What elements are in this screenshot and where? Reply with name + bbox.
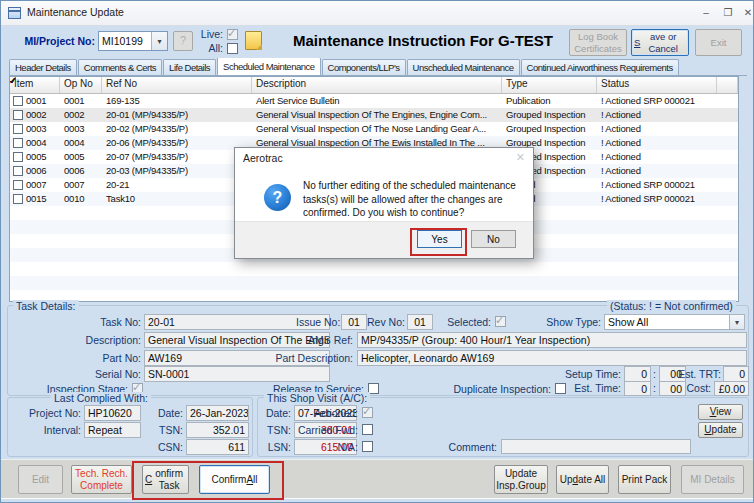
cell: ! Actioned xyxy=(597,150,717,164)
close-icon[interactable]: ✕ xyxy=(741,4,754,21)
cell: 0006 xyxy=(60,164,102,178)
interval-field[interactable]: Repeat xyxy=(84,422,141,438)
cell xyxy=(717,150,738,164)
update-insp-group-button[interactable]: Update Insp.Group xyxy=(494,465,548,494)
last-complied-group-label: Last Complied With: xyxy=(51,392,151,404)
interval-label: Interval: xyxy=(11,424,81,436)
part-description-field[interactable]: Helicopter, Leonardo AW169 xyxy=(357,350,747,366)
actioned-label: Actioned: xyxy=(311,407,358,419)
notes-icon[interactable] xyxy=(245,31,262,50)
lsn-label: LSN: xyxy=(261,441,291,453)
issue-no-label: Issue No: xyxy=(296,316,337,328)
print-pack-button[interactable]: Print Pack xyxy=(618,465,671,494)
cell xyxy=(717,136,738,150)
tab-components-llp-s[interactable]: Components/LLP's xyxy=(322,59,406,75)
column-header-description[interactable]: Description xyxy=(252,77,502,93)
duplicate-inspection-label: Duplicate Inspection: xyxy=(444,383,551,395)
cell: 0004 xyxy=(60,136,102,150)
tab-comments-certs[interactable]: Comments & Certs xyxy=(78,59,162,75)
shop-visit-group-label: This Shop Visit (A/C): xyxy=(264,392,370,404)
cell: ! Actioned SRP 000021 xyxy=(597,178,717,192)
maintenance-update-window: Maintenance Update – ❐ ✕ MI/Project No: … xyxy=(0,0,754,503)
cell: 20-02 (MP/94335/P) xyxy=(102,122,252,136)
cost-field[interactable]: £0.00 xyxy=(714,381,749,396)
row-checkbox[interactable] xyxy=(13,180,23,190)
status-note: (Status: ! = Not confirmed) xyxy=(607,300,736,312)
rev-no-field[interactable]: 01 xyxy=(407,314,433,330)
cell: ! Actioned xyxy=(597,108,717,122)
column-header-status[interactable]: Status xyxy=(597,77,717,93)
column-header-opno[interactable]: Op No xyxy=(60,77,102,93)
lcw-date-field[interactable]: 26-Jan-2023 xyxy=(186,405,249,421)
cell xyxy=(717,178,738,192)
comment-field[interactable] xyxy=(501,439,691,454)
carried-fwd-checkbox[interactable] xyxy=(362,424,373,435)
empty-table-row xyxy=(10,262,738,276)
tab-scheduled-maintenance[interactable]: Scheduled Maintenance xyxy=(217,58,320,76)
est-trt-field[interactable]: 0 xyxy=(723,366,749,382)
row-checkbox[interactable] xyxy=(13,194,23,204)
dialog-close-icon[interactable]: ✕ xyxy=(516,151,525,164)
log-book-certificates-button[interactable]: Log Book Certificates xyxy=(569,29,627,56)
ams-ref-field[interactable]: MP/94335/P (Group: 400 Hour/1 Year Inspe… xyxy=(357,332,747,348)
row-checkbox[interactable] xyxy=(13,166,23,176)
row-checkbox[interactable] xyxy=(13,96,23,106)
tab-unscheduled-maintenance[interactable]: Unscheduled Maintenance xyxy=(407,59,520,75)
update-all-button[interactable]: Update All xyxy=(556,465,609,494)
all-checkbox[interactable] xyxy=(227,43,238,54)
show-type-dropdown[interactable]: Show All ▾ xyxy=(604,314,745,330)
cell: 0002 xyxy=(60,108,102,122)
rev-no-label: Rev No: xyxy=(367,316,403,328)
live-checkbox[interactable] xyxy=(227,29,238,40)
cell xyxy=(717,94,738,108)
row-checkbox[interactable] xyxy=(13,124,23,134)
tab-life-details[interactable]: Life Details xyxy=(163,59,216,75)
project-no-combobox[interactable]: MI10199 ▾ xyxy=(98,31,168,51)
row-checkbox[interactable] xyxy=(13,152,23,162)
chevron-down-icon[interactable]: ▾ xyxy=(729,315,744,329)
est-time-hours-field[interactable]: 0 xyxy=(624,381,651,396)
no-button[interactable]: No xyxy=(471,230,516,248)
tab-strip: Header DetailsComments & CertsLife Detai… xyxy=(9,58,747,76)
csn-field[interactable]: 611 xyxy=(186,439,249,455)
column-header-item[interactable]: Item xyxy=(10,77,60,93)
table-row[interactable]: 0002000220-01 (MP/94335/P)General Visual… xyxy=(10,108,738,122)
table-row[interactable]: 00010001169-135Alert Service BulletinPub… xyxy=(10,94,738,108)
edit-button[interactable]: Edit xyxy=(18,465,63,494)
update-button[interactable]: Update xyxy=(698,422,743,438)
cell: ! Actioned SRP 000021 xyxy=(597,94,717,108)
cell: 0005 xyxy=(10,150,60,164)
csn-label: CSN: xyxy=(151,441,183,453)
cell: Alert Service Bulletin xyxy=(252,94,502,108)
setup-time-hours-field[interactable]: 0 xyxy=(624,366,651,382)
view-button[interactable]: View xyxy=(698,404,743,420)
save-or-cancel-button[interactable]: Save or Cancel xyxy=(631,29,689,56)
task-details-group-label: Task Details: xyxy=(13,300,79,312)
tab-header-details[interactable]: Header Details xyxy=(9,59,77,75)
cell xyxy=(717,108,738,122)
issue-no-field[interactable]: 01 xyxy=(341,314,367,330)
serial-no-field[interactable]: SN-0001 xyxy=(144,366,330,382)
restore-icon[interactable]: ❐ xyxy=(719,4,737,21)
column-header-type[interactable]: Type xyxy=(502,77,597,93)
tab-continued-airworthiness-requirements[interactable]: Continued Airworthiness Requirements xyxy=(521,59,679,75)
chevron-down-icon[interactable]: ▾ xyxy=(151,32,167,50)
tech-rech-complete-button[interactable]: Tech. Rech. Complete xyxy=(71,465,132,494)
cell: 0007 xyxy=(60,178,102,192)
exit-button[interactable]: Exit xyxy=(695,29,742,56)
na-label: N/A: xyxy=(328,441,358,453)
window-title: Maintenance Update xyxy=(27,6,124,18)
column-header-refno[interactable]: Ref No xyxy=(102,77,252,93)
row-checkbox[interactable] xyxy=(13,110,23,120)
table-row[interactable]: 0003000320-02 (MP/94335/P)General Visual… xyxy=(10,122,738,136)
cell: 0003 xyxy=(60,122,102,136)
minimize-icon[interactable]: – xyxy=(697,4,715,21)
row-checkbox[interactable] xyxy=(13,138,23,148)
cell: 0002 xyxy=(10,108,60,122)
na-checkbox[interactable] xyxy=(362,441,373,452)
lcw-project-no-field[interactable]: HP10620 xyxy=(84,405,141,421)
lcw-tsn-field[interactable]: 352.01 xyxy=(186,422,249,438)
cell: 0007 xyxy=(10,178,60,192)
cell: ! Actioned SRP 000021 xyxy=(597,192,717,206)
mi-details-button[interactable]: MI Details xyxy=(681,465,744,494)
